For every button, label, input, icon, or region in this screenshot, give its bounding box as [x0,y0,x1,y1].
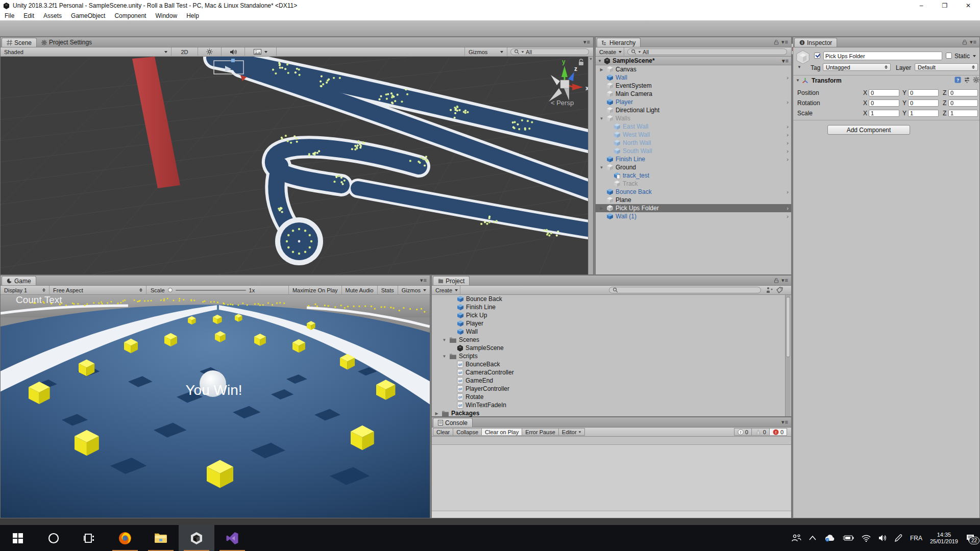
hierarchy-item-walls[interactable]: ▼Walls [596,114,791,122]
panel-menu-icon[interactable]: ▾≡ [583,39,591,45]
hierarchy-item-bounce-back[interactable]: Bounce Back› [596,188,791,196]
foldout-triangle[interactable]: ▼ [442,354,447,359]
hierarchy-create-dropdown[interactable]: Create [596,47,624,57]
tab-game[interactable]: Game [2,276,36,285]
prefab-select-arrow[interactable]: › [787,213,789,219]
panel-menu-icon[interactable]: ▾≡ [781,39,789,45]
info-count-button[interactable]: ! 0 [734,428,752,436]
taskbar-app-unity[interactable] [179,525,214,551]
hierarchy-item-track[interactable]: Track [596,180,791,188]
position-x-field[interactable]: 0 [869,89,899,96]
prefab-select-arrow[interactable]: › [787,156,789,162]
pen-icon[interactable] [894,534,902,542]
scene-search-input[interactable]: All [510,48,589,55]
editor-button[interactable]: Editor [559,428,585,436]
project-item-scenes[interactable]: ▼Scenes [432,336,791,344]
project-create-dropdown[interactable]: Create [432,286,460,295]
hierarchy-item-south-wall[interactable]: South Wall› [596,147,791,155]
search-by-label-icon[interactable] [776,287,783,293]
scale-x-field[interactable]: 1 [869,110,899,117]
search-by-type-icon[interactable] [766,287,773,293]
taskbar-app-task-view[interactable] [71,525,107,551]
scene-scrollbar[interactable]: ▼ [588,57,593,274]
audio-toggle[interactable] [222,47,245,57]
menu-file[interactable]: File [0,11,19,20]
menu-component[interactable]: Component [110,11,151,20]
prefab-select-arrow[interactable]: › [787,148,789,154]
tab-hierarchy[interactable]: Hierarchy [597,38,641,47]
hierarchy-item-pick-ups-folder[interactable]: ▶Pick Ups Folder› [596,204,791,212]
minimize-button[interactable]: – [910,0,933,11]
help-icon[interactable]: ? [954,77,961,83]
hierarchy-item-wall[interactable]: Wall› [596,73,791,82]
project-scrollbar[interactable] [785,295,791,416]
gameobject-icon-caret[interactable]: ▼ [797,65,801,69]
position-y-field[interactable]: 0 [908,89,939,96]
warning-count-button[interactable]: ! 0 [752,428,770,436]
hierarchy-item-directional-light[interactable]: Directional Light [596,106,791,114]
project-item-bounce-back[interactable]: Bounce Back [432,295,791,303]
static-checkbox[interactable] [946,53,952,59]
presets-icon[interactable] [964,77,970,83]
scale-slider[interactable]: Scale 1x [146,287,259,293]
hierarchy-item-east-wall[interactable]: East Wall› [596,122,791,131]
add-component-button[interactable]: Add Component [827,125,910,135]
taskbar-app-cortana[interactable] [36,525,71,551]
menu-assets[interactable]: Assets [39,11,66,20]
hierarchy-search-input[interactable]: All [627,48,787,55]
panel-menu-icon[interactable]: ▾≡ [970,39,977,45]
project-item-playercontroller[interactable]: c#PlayerController [432,385,791,393]
collapse-button[interactable]: Collapse [453,428,482,436]
project-item-samplescene[interactable]: SampleScene [432,344,791,352]
scale-y-field[interactable]: 1 [908,110,939,117]
tag-dropdown[interactable]: Untagged [823,63,891,71]
project-item-gameend[interactable]: c#GameEnd [432,377,791,385]
scene-gizmos-dropdown[interactable]: Gizmos [464,47,507,57]
foldout-triangle[interactable]: ▶ [599,206,604,211]
clear-on-play-button[interactable]: Clear on Play [482,428,522,436]
foldout-triangle[interactable]: ▼ [599,116,604,121]
hierarchy-item-main-camera[interactable]: Main Camera [596,90,791,98]
hierarchy-item-ground[interactable]: ▼Ground [596,163,791,171]
menu-gameobject[interactable]: GameObject [66,11,110,20]
project-item-packages[interactable]: ▶Packages [432,409,791,417]
onedrive-icon[interactable] [824,534,835,542]
clear-button[interactable]: Clear [433,428,453,436]
2d-toggle[interactable]: 2D [172,47,198,57]
lock-icon[interactable] [962,39,967,45]
hierarchy-item-west-wall[interactable]: West Wall› [596,131,791,139]
language-indicator[interactable]: FRA [910,535,922,542]
error-count-button[interactable]: ! 0 [770,428,787,436]
active-checkbox[interactable] [814,53,820,59]
project-item-wintextfadein[interactable]: c#WinTextFadeIn [432,401,791,409]
prefab-select-arrow[interactable]: › [787,205,789,211]
tray-expand-icon[interactable] [809,536,816,540]
foldout-triangle[interactable]: ▶ [599,67,604,72]
rotation-z-field[interactable]: 0 [948,99,978,107]
display-dropdown[interactable]: Display 1 [1,286,50,295]
project-item-pick-up[interactable]: Pick Up [432,311,791,319]
panel-menu-icon[interactable]: ▾≡ [420,277,427,284]
foldout-triangle[interactable]: ▼ [599,165,604,170]
scene-viewport[interactable]: y x z < Persp [1,57,593,274]
tab-project[interactable]: Project [433,276,470,285]
menu-help[interactable]: Help [182,11,204,20]
project-item-finish-line[interactable]: Finish Line [432,303,791,311]
hierarchy-item-player[interactable]: Player› [596,98,791,106]
hierarchy-item-wall-1[interactable]: Wall (1)› [596,212,791,220]
stats-button[interactable]: Stats [377,286,398,295]
prefab-select-arrow[interactable]: › [787,123,789,130]
prefab-select-arrow[interactable]: › [787,140,789,146]
layer-dropdown[interactable]: Default [915,63,978,71]
project-item-cameracontroller[interactable]: c#CameraController [432,368,791,377]
scene-menu-icon[interactable]: ▾≡ [782,58,789,64]
menu-edit[interactable]: Edit [19,11,39,20]
hierarchy-item-canvas[interactable]: ▶Canvas [596,65,791,73]
taskbar-app-firefox[interactable] [107,525,143,551]
maximize-on-play-button[interactable]: Maximize On Play [288,286,341,295]
maximize-button[interactable]: ❐ [933,0,957,11]
project-item-wall[interactable]: Wall [432,328,791,336]
foldout-triangle[interactable]: ▼ [442,338,447,342]
rotation-y-field[interactable]: 0 [908,99,939,107]
lock-icon[interactable] [774,278,779,283]
